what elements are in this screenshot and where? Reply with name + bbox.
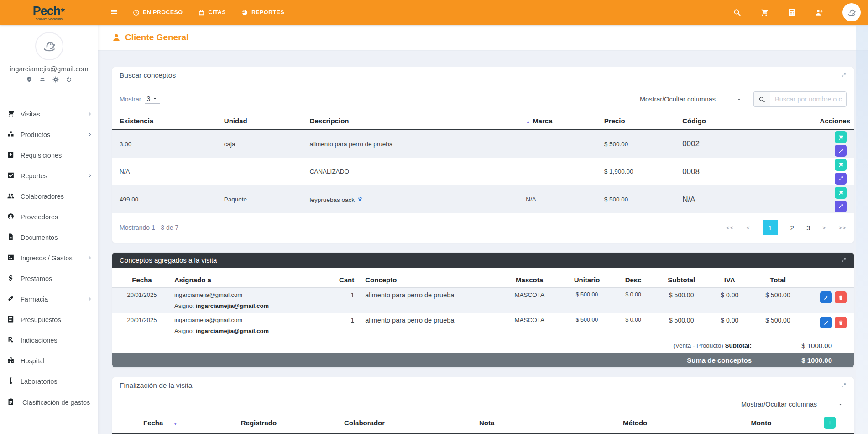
chevron-right-icon: [87, 131, 93, 138]
cell-concepto: alimento para perro de prueba: [357, 288, 498, 313]
sidebar-item-ingresos-gastos[interactable]: Ingresos / Gastos: [0, 248, 98, 268]
sidebar-item-colaboradores[interactable]: Colaboradores: [0, 186, 98, 206]
col-header-fecha[interactable]: Fecha: [112, 272, 172, 288]
content: Buscar conceptos Mostrar 3 Mostrar/Ocult…: [98, 67, 868, 434]
columns-toggle-select[interactable]: Mostrar/Ocultar columnas: [741, 401, 847, 408]
sidebar-item-documentos[interactable]: Documentos: [0, 227, 98, 248]
sidebar-item-label: Indicaciones: [21, 337, 58, 344]
edit-button[interactable]: [820, 317, 832, 328]
sidebar-item-visitas[interactable]: Visitas: [0, 104, 98, 124]
col-header-cant[interactable]: Cant: [324, 272, 357, 288]
sidebar-item-proveedores[interactable]: Proveedores: [0, 206, 98, 227]
calculator-icon[interactable]: [788, 8, 796, 16]
nav-reportes[interactable]: REPORTES: [241, 9, 284, 16]
cell-unidad: caja: [220, 130, 306, 158]
profile: ingarciamejia@gmail.com: [0, 25, 98, 83]
page-1-button[interactable]: 1: [763, 220, 778, 235]
cart-icon[interactable]: [760, 8, 769, 16]
badge-plus-icon[interactable]: [26, 76, 32, 83]
sidebar-item-prestamos[interactable]: Prestamos: [0, 268, 98, 289]
col-header-asignado[interactable]: Asignado a: [172, 272, 324, 288]
sidebar-item-hospital[interactable]: Hospital: [0, 350, 98, 371]
prev-page-button[interactable]: <: [746, 224, 750, 231]
search-input[interactable]: [770, 91, 847, 107]
paw-icon: [357, 196, 363, 203]
add-to-cart-button[interactable]: [835, 159, 847, 171]
sidebar-item-laboratorios[interactable]: Laboratorios: [0, 371, 98, 392]
profile-avatar[interactable]: [35, 32, 63, 60]
edit-button[interactable]: [820, 291, 832, 303]
delete-button[interactable]: [835, 291, 847, 303]
cell-marca: N/A: [522, 185, 600, 213]
col-header-unitario[interactable]: Unitario: [561, 272, 613, 288]
col-header-codigo[interactable]: Código: [679, 113, 809, 130]
sidebar-item-productos[interactable]: Productos: [0, 124, 98, 145]
add-payment-button[interactable]: [824, 417, 836, 429]
col-header-existencia[interactable]: Existencia: [112, 113, 220, 130]
col-header-fecha[interactable]: Fecha▼: [112, 413, 209, 434]
sidebar-item-label: Requisiciones: [21, 152, 62, 159]
expand-detail-button[interactable]: [835, 173, 847, 185]
search-icon[interactable]: [733, 8, 741, 16]
power-icon[interactable]: [66, 76, 72, 83]
sidebar-item-farmacia[interactable]: Farmacia: [0, 289, 98, 309]
col-header-subtotal[interactable]: Subtotal: [654, 272, 709, 288]
col-header-unidad[interactable]: Unidad: [220, 113, 306, 130]
sidebar-item-label: Prestamos: [21, 275, 52, 282]
cell-precio: $ 500.00: [601, 130, 679, 158]
col-header-concepto[interactable]: Concepto: [357, 272, 498, 288]
finalizacion-table: Fecha▼ Registrado Colaborador Nota Métod…: [112, 413, 854, 434]
columns-toggle-select[interactable]: Mostrar/Ocultar columnas: [640, 95, 745, 103]
first-page-button[interactable]: <<: [726, 224, 734, 231]
col-header-descripcion[interactable]: Descripcion: [306, 113, 523, 130]
col-header-marca[interactable]: ▲Marca: [522, 113, 600, 130]
col-header-mascota[interactable]: Mascota: [498, 272, 561, 288]
expand-detail-button[interactable]: [835, 201, 847, 212]
page-2-button[interactable]: 2: [790, 224, 794, 232]
col-header-desc[interactable]: Desc: [613, 272, 654, 288]
col-header-monto[interactable]: Monto: [716, 413, 805, 434]
add-user-icon[interactable]: [815, 8, 823, 16]
page-3-button[interactable]: 3: [806, 224, 810, 232]
delete-button[interactable]: [835, 317, 847, 328]
box-download-icon: [7, 151, 21, 160]
col-header-precio[interactable]: Precio: [601, 113, 679, 130]
topbar: Pech✱ Software Veterinario EN PROCESO CI…: [0, 0, 868, 25]
add-to-cart-button[interactable]: [835, 187, 847, 199]
last-page-button[interactable]: >>: [839, 224, 847, 231]
col-header-metodo[interactable]: Método: [554, 413, 717, 434]
pie-chart-icon: [241, 9, 248, 16]
sidebar-item-reportes[interactable]: Reportes: [0, 165, 98, 186]
col-header-nota[interactable]: Nota: [420, 413, 554, 434]
sidebar-item-indicaciones[interactable]: Indicaciones: [0, 330, 98, 350]
expand-icon[interactable]: [841, 72, 847, 79]
col-header-iva[interactable]: IVA: [709, 272, 750, 288]
cell-unitario: $ 500.00: [561, 288, 613, 313]
card-buscar-conceptos: Buscar conceptos Mostrar 3 Mostrar/Ocult…: [112, 67, 854, 243]
nav-citas[interactable]: CITAS: [198, 9, 226, 16]
cell-cant: 1: [324, 288, 357, 313]
table-row: N/A CANALIZADO $ 1,900.00 0008: [112, 158, 854, 185]
sidebar-item-clasificacion-gastos[interactable]: Clasificación de gastos: [0, 392, 98, 412]
expand-detail-button[interactable]: [835, 145, 847, 157]
col-header-registrado[interactable]: Registrado: [209, 413, 309, 434]
expand-icon[interactable]: [841, 257, 847, 264]
col-header-colaborador[interactable]: Colaborador: [309, 413, 420, 434]
next-page-button[interactable]: >: [822, 224, 826, 231]
sort-asc-icon: ▲: [526, 119, 530, 124]
add-to-cart-button[interactable]: [835, 131, 847, 143]
sidebar-item-presupuestos[interactable]: Presupuestos: [0, 309, 98, 330]
expand-icon[interactable]: [841, 382, 847, 389]
nav-reportes-label: REPORTES: [251, 9, 284, 16]
brand-logo[interactable]: Pech✱ Software Veterinario: [0, 4, 98, 21]
col-header-total[interactable]: Total: [750, 272, 806, 288]
sidebar-item-requisiciones[interactable]: Requisiciones: [0, 145, 98, 165]
avatar[interactable]: [842, 3, 861, 21]
test-tube-icon: [7, 377, 21, 386]
gear-icon[interactable]: [52, 76, 59, 83]
nav-en-proceso[interactable]: EN PROCESO: [133, 9, 183, 16]
page-size-select[interactable]: 3: [145, 95, 160, 104]
dog-logo-icon: [39, 36, 59, 56]
group-icon[interactable]: [39, 76, 46, 83]
menu-icon[interactable]: [110, 8, 118, 17]
